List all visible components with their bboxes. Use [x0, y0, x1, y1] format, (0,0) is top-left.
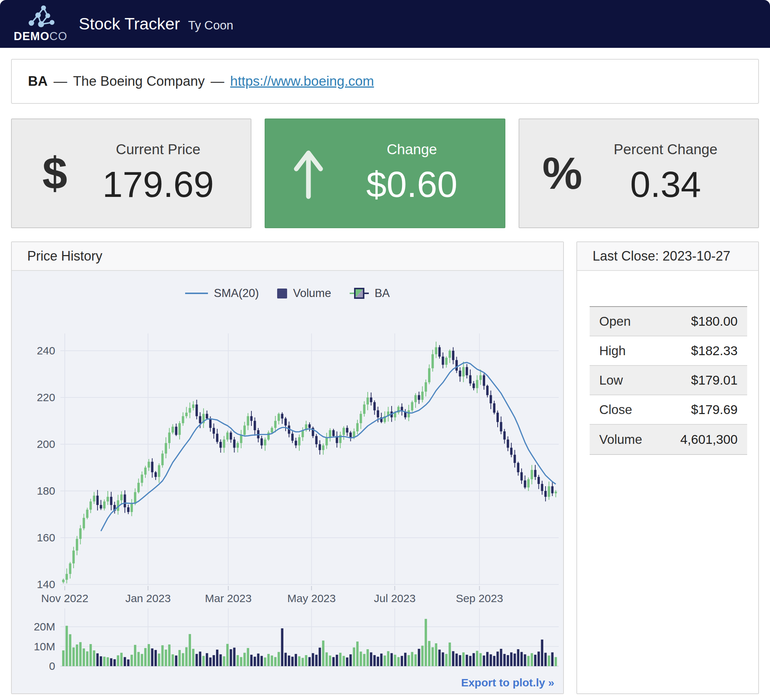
legend-sma-label: SMA(20): [214, 287, 259, 300]
row-value: $182.33: [691, 343, 738, 358]
dollar-icon: $: [28, 147, 82, 199]
change-value: $0.60: [366, 163, 458, 205]
stats-row: $ Current Price 179.69 Change $0.60 % Pe…: [11, 118, 759, 228]
svg-text:0: 0: [49, 660, 55, 672]
percent-change-label: Percent Change: [613, 141, 717, 157]
row-value: 4,601,300: [680, 432, 738, 447]
svg-text:20M: 20M: [34, 621, 55, 633]
last-close-header: Last Close: 2023-10-27: [577, 242, 758, 271]
table-row-high: High $182.33: [590, 336, 747, 366]
price-chart-svg: 140160180200220240010M20MNov 2022Jan 202…: [12, 271, 563, 694]
page-subtitle: Ty Coon: [188, 15, 233, 32]
svg-text:10M: 10M: [34, 640, 55, 653]
svg-text:160: 160: [37, 532, 55, 543]
ticker-info-bar: BA — The Boeing Company — https://www.bo…: [11, 59, 759, 104]
current-price-label: Current Price: [116, 141, 201, 157]
percent-change-value: 0.34: [630, 163, 701, 205]
legend-item-volume[interactable]: Volume: [277, 287, 331, 300]
page-title: Stock Tracker: [79, 15, 180, 34]
legend-item-sma[interactable]: SMA(20): [185, 287, 259, 300]
logo-wordmark-bold: DEMO: [14, 30, 49, 43]
table-row-volume: Volume 4,601,300: [590, 425, 747, 454]
price-chart: SMA(20) Volume BA 140160: [12, 271, 563, 694]
change-label: Change: [387, 141, 437, 157]
price-history-panel: Price History SMA(20) Volume: [11, 241, 564, 694]
svg-text:May 2023: May 2023: [287, 592, 336, 604]
price-history-header: Price History: [12, 242, 563, 271]
svg-text:200: 200: [37, 438, 55, 450]
dash-separator: —: [53, 74, 67, 89]
company-url-link[interactable]: https://www.boeing.com: [230, 74, 374, 89]
svg-text:Nov 2022: Nov 2022: [41, 592, 88, 604]
svg-text:140: 140: [37, 578, 55, 590]
svg-text:Jan 2023: Jan 2023: [125, 592, 170, 604]
row-value: $179.01: [691, 373, 738, 388]
row-value: $179.69: [691, 402, 738, 417]
svg-text:Sep 2023: Sep 2023: [456, 592, 503, 604]
sma-line-swatch: [185, 293, 208, 294]
table-row-low: Low $179.01: [590, 366, 747, 395]
percent-change-card: % Percent Change 0.34: [519, 118, 759, 228]
row-label: Volume: [599, 432, 642, 447]
current-price-value: 179.69: [102, 163, 214, 205]
table-row-open: Open $180.00: [590, 307, 747, 336]
row-label: Close: [599, 402, 632, 417]
svg-text:Jul 2023: Jul 2023: [374, 592, 416, 604]
company-name: The Boeing Company: [73, 74, 205, 89]
row-value: $180.00: [691, 314, 738, 329]
row-label: High: [599, 343, 626, 358]
legend-item-ba[interactable]: BA: [349, 286, 390, 300]
main-content: Price History SMA(20) Volume: [11, 241, 759, 694]
row-label: Open: [599, 314, 631, 329]
svg-text:220: 220: [37, 391, 55, 403]
app-header: DEMOCO Stock Tracker Ty Coon: [0, 0, 770, 48]
molecule-logo-icon: [25, 5, 56, 29]
percent-icon: %: [535, 147, 589, 199]
table-row-close: Close $179.69: [590, 395, 747, 425]
legend-volume-label: Volume: [293, 287, 331, 300]
legend-ba-label: BA: [375, 287, 390, 300]
row-label: Low: [599, 373, 623, 388]
svg-text:240: 240: [37, 344, 55, 357]
last-close-panel: Last Close: 2023-10-27 Open $180.00 High…: [576, 241, 759, 694]
export-plotly-link[interactable]: Export to plot.ly »: [461, 676, 554, 689]
arrow-up-icon: [281, 146, 335, 201]
dash-separator: —: [210, 74, 224, 89]
candlestick-swatch: [349, 286, 369, 300]
ticker-symbol: BA: [28, 74, 47, 89]
change-card: Change $0.60: [265, 118, 505, 228]
volume-swatch: [277, 289, 287, 299]
company-logo: DEMOCO: [16, 5, 65, 43]
svg-text:Mar 2023: Mar 2023: [205, 592, 252, 604]
logo-wordmark-light: CO: [49, 30, 67, 43]
svg-text:180: 180: [37, 485, 55, 497]
chart-legend: SMA(20) Volume BA: [12, 286, 563, 300]
current-price-card: $ Current Price 179.69: [11, 118, 251, 228]
ohlc-table: Open $180.00 High $182.33 Low $179.01 Cl…: [590, 306, 747, 455]
logo-wordmark: DEMOCO: [14, 30, 67, 43]
